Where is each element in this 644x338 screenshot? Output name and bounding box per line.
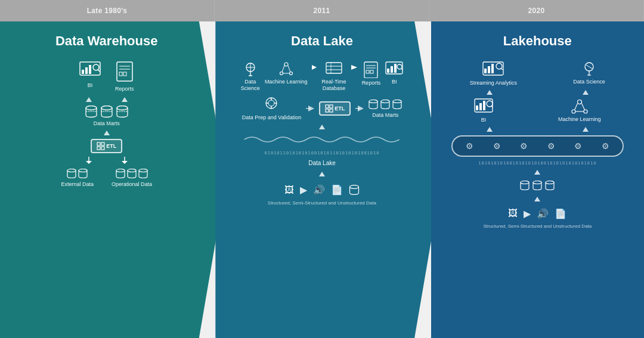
svg-point-11	[86, 106, 97, 110]
svg-point-36	[280, 72, 283, 75]
svg-point-59	[268, 100, 274, 106]
svg-point-27	[116, 169, 125, 172]
svg-point-99	[533, 181, 541, 184]
arrow-right-marts	[355, 106, 364, 111]
bi-label: BI	[88, 82, 93, 89]
lake-datasci-label: DataScience	[241, 79, 260, 92]
external-data-box: External Data	[61, 169, 94, 188]
svg-line-5	[98, 70, 100, 72]
column-lakehouse: Lakehouse Streaming Analytics Data Scien…	[431, 21, 644, 338]
lake-rtdb-box: Real-TimeDatabase	[321, 61, 346, 92]
lake-source-icons-row: 🖼 ▶ 🔊 📄	[284, 184, 360, 196]
data-marts-box: Data Marts	[85, 106, 128, 127]
svg-point-13	[101, 106, 112, 110]
lh-bi-label: BI	[481, 117, 487, 123]
operational-data-label: Operational Data	[112, 181, 152, 188]
svg-point-92	[577, 100, 581, 104]
svg-rect-19	[97, 147, 100, 150]
gear-icon-5: ⚙	[574, 141, 582, 151]
svg-rect-87	[476, 106, 478, 110]
svg-rect-88	[479, 103, 482, 110]
era-1980s: Late 1980's	[0, 0, 215, 21]
lh-conveyor-belt: ⚙ ⚙ ⚙ ⚙ ⚙ ⚙	[451, 135, 624, 157]
lake-rt-db-section	[312, 61, 317, 92]
etl-label: ETL	[106, 143, 116, 149]
svg-line-39	[288, 66, 290, 72]
svg-rect-20	[101, 147, 104, 150]
lh-arrow-up-bottom	[534, 170, 540, 175]
data-marts-label: Data Marts	[94, 120, 120, 127]
column-lake: Data Lake DataScience Machine Learning	[215, 21, 441, 338]
svg-rect-69	[330, 109, 333, 112]
lake-middle-row: Data Prep and Validation ETL	[226, 97, 417, 121]
lakehouse-diagram: Streaming Analytics Data Science	[442, 58, 633, 329]
svg-rect-18	[101, 142, 104, 145]
etl-box: ETL	[91, 139, 122, 153]
svg-point-29	[139, 169, 147, 172]
lh-arrow-up-3	[487, 127, 493, 132]
lake-datamarts-label: Data Marts	[372, 112, 398, 119]
lh-streaming-label: Streaming Analytics	[470, 80, 517, 86]
svg-point-26	[79, 169, 87, 172]
gear-icon-6: ⚙	[602, 141, 609, 151]
svg-marker-46	[351, 65, 357, 70]
svg-marker-24	[122, 161, 128, 164]
lake-etl-label: ETL	[335, 106, 345, 111]
wh-bi-box: BI	[79, 61, 101, 92]
svg-rect-6	[117, 62, 132, 81]
arrow-up-reports	[122, 97, 128, 102]
lh-arrow-up-src	[534, 197, 540, 201]
svg-point-4	[93, 64, 99, 70]
svg-rect-1	[82, 70, 84, 74]
reports-label: Reports	[115, 86, 134, 92]
lh-datasci-box: Data Science	[573, 61, 605, 86]
svg-rect-51	[370, 70, 373, 73]
svg-rect-3	[89, 65, 91, 74]
svg-rect-78	[488, 66, 490, 73]
svg-rect-68	[326, 109, 329, 112]
arrow-up-marts	[104, 131, 110, 135]
svg-point-28	[128, 169, 136, 172]
lh-top-row: Streaming Analytics Data Science	[442, 61, 633, 86]
file-icon: 📄	[331, 184, 343, 196]
svg-rect-10	[123, 72, 126, 76]
svg-rect-53	[387, 69, 389, 73]
wh-etl-area: ETL	[91, 139, 122, 153]
operational-data-box: Operational Data	[112, 169, 152, 188]
main-container: Late 1980's 2011 2020 Data Warehouse	[0, 0, 644, 338]
gear-icon-2: ⚙	[493, 141, 501, 151]
svg-line-81	[501, 69, 503, 70]
reports-icon	[116, 61, 134, 84]
lh-source-icons-row: 🖼 ▶ 🔊 📄	[508, 208, 566, 219]
era-2020: 2020	[429, 0, 644, 21]
lh-file-icon: 📄	[555, 208, 566, 219]
svg-point-93	[572, 110, 575, 113]
lake-label: Data Lake	[308, 160, 336, 167]
svg-point-25	[67, 169, 76, 172]
svg-line-38	[282, 66, 284, 72]
data-marts-icons	[85, 106, 128, 119]
lh-ml-label: Machine Learning	[558, 116, 601, 123]
lake-binary-row: 0101011010101010010101101010101001010	[265, 151, 380, 156]
svg-point-35	[284, 63, 288, 66]
db-source-icon	[349, 185, 360, 196]
arrow-up-bi	[86, 97, 92, 102]
audio-icon: 🔊	[313, 184, 325, 196]
lake-reports-label: Reports	[362, 80, 381, 86]
lh-arrows-up-mid	[442, 127, 633, 132]
arrow-up-lake	[319, 125, 325, 129]
wh-martrow: Data Marts	[85, 106, 128, 127]
svg-point-15	[117, 106, 128, 110]
image-icon: 🖼	[284, 185, 294, 196]
lakehouse-title: Lakehouse	[442, 33, 633, 49]
era-2011: 2011	[215, 0, 429, 21]
lh-mid-row: BI Machine Learning	[442, 98, 633, 123]
svg-rect-54	[391, 66, 393, 73]
svg-line-95	[574, 103, 577, 110]
lake-water-visual	[236, 134, 408, 148]
svg-point-37	[289, 72, 292, 75]
content-area: Data Warehouse	[0, 21, 644, 338]
arrow-up-sources-lake	[319, 172, 325, 176]
lh-arrow-up-1	[487, 90, 493, 95]
lake-bi-box: BI	[385, 61, 403, 92]
